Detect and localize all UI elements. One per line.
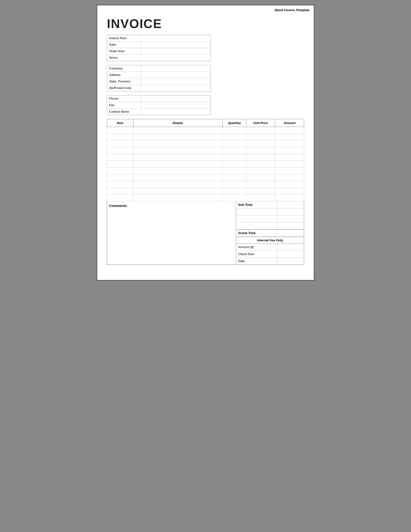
row-5-qty[interactable] — [223, 161, 246, 168]
amount-dollar-row: Amount ($) — [236, 244, 304, 251]
row-5-details[interactable] — [133, 161, 223, 168]
row-3-details[interactable] — [133, 147, 223, 154]
row-5-amount[interactable] — [275, 161, 304, 168]
address-row: Address — [107, 72, 211, 78]
row-2-details[interactable] — [133, 141, 223, 147]
row-0-item[interactable] — [107, 127, 133, 134]
date-value[interactable] — [141, 42, 211, 48]
row-2-qty[interactable] — [223, 141, 246, 147]
row-1-amount[interactable] — [275, 134, 304, 141]
row-6-qty[interactable] — [223, 168, 246, 174]
col-header-amount: Amount — [275, 119, 304, 127]
date-label: Date: — [107, 42, 141, 48]
col-header-price: Unit Price — [246, 119, 275, 127]
row-1-item[interactable] — [107, 134, 133, 141]
row-6-amount[interactable] — [275, 168, 304, 174]
check-num-value[interactable] — [277, 251, 304, 257]
phone-value[interactable] — [141, 95, 211, 102]
row-7-price[interactable] — [246, 174, 275, 181]
fax-row: Fax — [107, 102, 211, 109]
row-1-qty[interactable] — [223, 134, 246, 141]
page-title: Blank Invoice Template — [275, 8, 309, 12]
row-3-price[interactable] — [246, 147, 275, 154]
invoice-title-watermark: INVOICE — [107, 17, 162, 30]
row-4-item[interactable] — [107, 154, 133, 161]
state-province-value[interactable] — [141, 78, 211, 85]
col-header-details: Details — [133, 119, 223, 127]
extra-label-1 — [236, 209, 277, 215]
amount-dollar-value[interactable] — [277, 244, 304, 250]
row-3-amount[interactable] — [275, 147, 304, 154]
row-2-price[interactable] — [246, 141, 275, 147]
row-8-amount[interactable] — [275, 181, 304, 188]
row-0-price[interactable] — [246, 127, 275, 134]
row-6-price[interactable] — [246, 168, 275, 174]
row-9-amount[interactable] — [275, 188, 304, 195]
check-num-label: Check Num — [236, 251, 277, 257]
contact-name-value[interactable] — [141, 109, 211, 115]
row-1-details[interactable] — [133, 134, 223, 141]
zip-label: Zip/Postal Code — [107, 85, 141, 91]
extra-value-3[interactable] — [277, 222, 304, 229]
row-2-amount[interactable] — [275, 141, 304, 147]
row-9-item[interactable] — [107, 188, 133, 195]
subtotal-row: Sub-Total — [236, 201, 304, 209]
row-8-price[interactable] — [246, 181, 275, 188]
row-4-amount[interactable] — [275, 154, 304, 161]
row-0-details[interactable] — [133, 127, 223, 134]
table-row — [107, 188, 304, 195]
contact-info-section: Phone Fax Contact Name — [107, 95, 211, 115]
row-7-item[interactable] — [107, 174, 133, 181]
phone-row: Phone — [107, 95, 211, 102]
row-4-details[interactable] — [133, 154, 223, 161]
row-0-qty[interactable] — [223, 127, 246, 134]
row-3-item[interactable] — [107, 147, 133, 154]
terms-label: Terms — [107, 55, 141, 61]
row-4-price[interactable] — [246, 154, 275, 161]
row-6-details[interactable] — [133, 168, 223, 174]
row-10-amount[interactable] — [275, 195, 304, 201]
row-10-price[interactable] — [246, 195, 275, 201]
order-num-value[interactable] — [141, 48, 211, 54]
internal-date-value[interactable] — [277, 258, 304, 265]
row-8-details[interactable] — [133, 181, 223, 188]
table-row — [107, 127, 304, 134]
extra-row-1 — [236, 209, 304, 216]
row-8-item[interactable] — [107, 181, 133, 188]
row-8-qty[interactable] — [223, 181, 246, 188]
row-5-item[interactable] — [107, 161, 133, 168]
subtotal-value[interactable] — [277, 201, 304, 208]
comments-label: Comments: — [109, 204, 234, 208]
row-4-qty[interactable] — [223, 154, 246, 161]
terms-value[interactable] — [141, 55, 211, 61]
zip-value[interactable] — [141, 85, 211, 91]
row-3-qty[interactable] — [223, 147, 246, 154]
row-9-details[interactable] — [133, 188, 223, 195]
row-5-price[interactable] — [246, 161, 275, 168]
extra-value-1[interactable] — [277, 209, 304, 215]
fax-value[interactable] — [141, 102, 211, 108]
row-9-qty[interactable] — [223, 188, 246, 195]
row-10-item[interactable] — [107, 195, 133, 201]
order-num-row: Order Num — [107, 48, 211, 55]
row-0-amount[interactable] — [275, 127, 304, 134]
terms-row: Terms — [107, 55, 211, 61]
grand-total-row: Grand Total — [236, 229, 304, 237]
invoice-num-value[interactable] — [141, 35, 211, 41]
row-10-qty[interactable] — [223, 195, 246, 201]
extra-label-2 — [236, 216, 277, 222]
company-value[interactable] — [141, 65, 211, 72]
address-value[interactable] — [141, 72, 211, 78]
extra-value-2[interactable] — [277, 216, 304, 222]
row-1-price[interactable] — [246, 134, 275, 141]
internal-date-label: Date — [236, 258, 277, 265]
row-2-item[interactable] — [107, 141, 133, 147]
phone-label: Phone — [107, 95, 141, 102]
row-7-amount[interactable] — [275, 174, 304, 181]
grand-total-value[interactable] — [277, 230, 304, 237]
row-10-details[interactable] — [133, 195, 223, 201]
row-7-details[interactable] — [133, 174, 223, 181]
row-6-item[interactable] — [107, 168, 133, 174]
row-9-price[interactable] — [246, 188, 275, 195]
row-7-qty[interactable] — [223, 174, 246, 181]
